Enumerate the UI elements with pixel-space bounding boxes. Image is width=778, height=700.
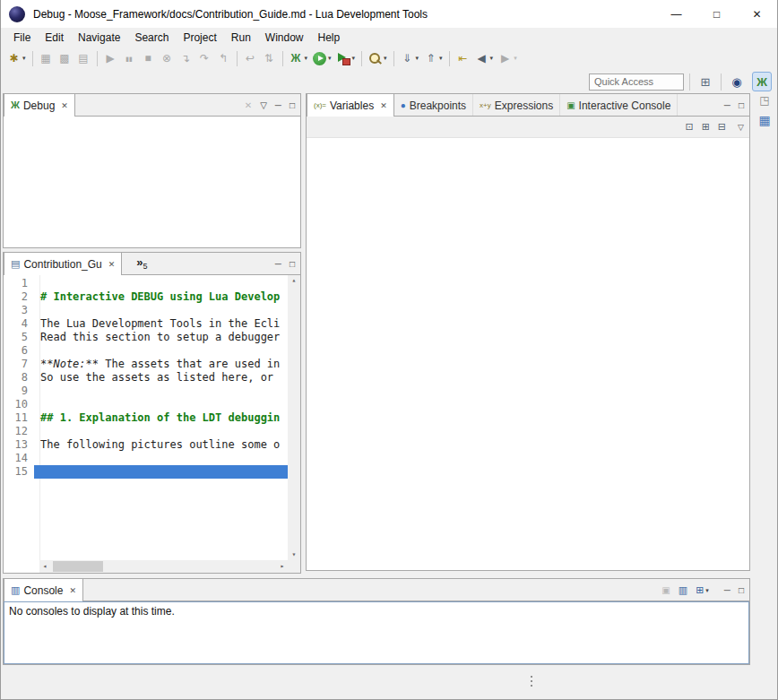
scrollbar-track[interactable] xyxy=(50,560,277,573)
titlebar[interactable]: Debug - Moose_Framework/docs/Contributio… xyxy=(1,0,777,28)
editor-line[interactable]: 8So use the assets as listed here, or xyxy=(4,371,288,385)
previous-annotation-button[interactable]: ⇑▾ xyxy=(422,48,445,68)
editor-line[interactable]: 2# Interactive DEBUG using Lua Develop xyxy=(4,290,288,304)
tab-contribution-guide[interactable]: ▤ Contribution_Gu ✕ xyxy=(4,253,122,275)
back-button[interactable]: ◀▾ xyxy=(473,48,496,68)
disconnect-button[interactable]: ⊗ xyxy=(159,48,176,68)
editor-line[interactable]: 13The following pictures outline some o xyxy=(4,438,288,452)
menu-navigate[interactable]: Navigate xyxy=(71,30,127,46)
editor-line[interactable]: 11## 1. Explanation of the LDT debuggin xyxy=(4,411,288,425)
forward-button[interactable]: ▶▾ xyxy=(497,48,519,68)
minimize-button[interactable]: ─ xyxy=(275,260,281,269)
show-type-names-button[interactable]: ⊡ xyxy=(685,121,693,133)
tab-interactive-console[interactable]: ▣Interactive Console xyxy=(560,94,678,117)
tab-close-icon[interactable]: ✕ xyxy=(380,101,387,110)
dropdown-arrow-icon[interactable]: ▾ xyxy=(305,55,308,62)
restore-minimized-views-button[interactable]: ◳ xyxy=(759,95,769,106)
step-return-button[interactable]: ↰ xyxy=(215,48,232,68)
open-console-button[interactable]: ⊞ ▾ xyxy=(696,585,709,595)
dropdown-arrow-icon[interactable]: ▾ xyxy=(328,55,332,62)
editor-line[interactable]: 3 xyxy=(4,304,288,317)
external-tools-button[interactable]: ▾ xyxy=(335,48,358,68)
menu-file[interactable]: File xyxy=(6,30,38,46)
search-button[interactable]: ▾ xyxy=(367,48,389,68)
variables-content[interactable] xyxy=(307,138,749,570)
debug-button[interactable]: Ж▾ xyxy=(288,48,310,68)
trim-drag-handle[interactable] xyxy=(530,674,533,688)
terminate-button[interactable]: ■ xyxy=(140,48,157,68)
editor-line[interactable]: 6 xyxy=(4,344,288,358)
collapse-all-button[interactable]: ⊟ xyxy=(718,121,726,133)
drop-to-frame-button[interactable]: ↩ xyxy=(242,48,259,68)
editor-horizontal-scrollbar[interactable]: ◂ ▸ xyxy=(39,560,288,573)
editor-line[interactable]: 9 xyxy=(4,385,288,398)
run-button[interactable]: ▾ xyxy=(311,48,333,68)
window-maximize-button[interactable]: □ xyxy=(696,0,737,28)
save-button[interactable]: ▦ xyxy=(38,48,55,68)
maximize-button[interactable]: □ xyxy=(739,586,744,595)
tab-close-icon[interactable]: ✕ xyxy=(69,586,76,595)
dropdown-arrow-icon[interactable]: ▾ xyxy=(416,55,419,62)
tab-close-icon[interactable]: ✕ xyxy=(108,260,116,269)
maximize-button[interactable]: □ xyxy=(290,260,295,269)
editor-content[interactable]: 12# Interactive DEBUG using Lua Develop3… xyxy=(4,275,300,573)
window-minimize-button[interactable]: — xyxy=(656,0,696,28)
minimize-button[interactable]: ─ xyxy=(275,101,281,110)
new-wizard-button[interactable]: ✱▾ xyxy=(5,48,28,68)
scrollbar-thumb[interactable] xyxy=(53,561,103,572)
menu-run[interactable]: Run xyxy=(224,30,258,46)
dropdown-arrow-icon[interactable]: ▾ xyxy=(22,55,26,62)
view-menu-button[interactable]: ▽ xyxy=(260,101,267,110)
editor-lines[interactable]: 12# Interactive DEBUG using Lua Develop3… xyxy=(4,277,288,560)
step-over-button[interactable]: ↷ xyxy=(196,48,213,68)
window-close-button[interactable]: ✕ xyxy=(737,0,777,28)
editor-line[interactable]: 5Read this section to setup a debugger xyxy=(4,331,288,344)
editor-line[interactable]: 10 xyxy=(4,398,288,411)
tab-variables[interactable]: (x)=Variables✕ xyxy=(307,94,394,117)
step-into-button[interactable]: ↴ xyxy=(177,48,194,68)
tab-close-icon[interactable]: ✕ xyxy=(61,101,68,110)
quick-access-input[interactable] xyxy=(589,73,684,91)
print-button[interactable]: ▤ xyxy=(75,48,92,68)
tab-debug[interactable]: Ж Debug ✕ xyxy=(4,94,75,117)
dropdown-arrow-icon[interactable]: ▾ xyxy=(490,55,494,62)
tab-console[interactable]: ▥ Console ✕ xyxy=(4,579,83,601)
console-content[interactable]: No consoles to display at this time. xyxy=(4,601,749,664)
debug-view-content[interactable] xyxy=(4,117,300,247)
menu-project[interactable]: Project xyxy=(176,30,223,46)
editor-line[interactable]: 14 xyxy=(4,452,288,465)
maximize-button[interactable]: □ xyxy=(290,101,295,110)
remove-all-terminated-button[interactable]: ✕ xyxy=(245,101,252,110)
open-perspective-button[interactable]: ⊞ xyxy=(696,72,715,91)
hidden-editors-indicator[interactable]: » 5 xyxy=(136,253,147,275)
editor-line[interactable]: 4The Lua Development Tools in the Ecli xyxy=(4,317,288,331)
menu-search[interactable]: Search xyxy=(127,30,176,46)
resume-button[interactable]: ▶ xyxy=(102,48,119,68)
scroll-right-icon[interactable]: ▸ xyxy=(277,563,288,570)
pin-console-button[interactable]: ▣ xyxy=(661,586,670,595)
dropdown-arrow-icon[interactable]: ▾ xyxy=(352,55,356,62)
tab-breakpoints[interactable]: ●Breakpoints xyxy=(394,94,473,117)
use-step-filters-button[interactable]: ⇅ xyxy=(261,48,278,68)
show-logical-structures-button[interactable]: ⊞ xyxy=(702,121,710,133)
minimize-button[interactable]: ─ xyxy=(724,586,730,595)
dropdown-arrow-icon[interactable]: ▾ xyxy=(384,55,387,62)
suspend-button[interactable]: ▮▮ xyxy=(121,48,138,68)
minimize-button[interactable]: ─ xyxy=(724,101,730,110)
perspective-debug-button[interactable]: Ж xyxy=(752,72,772,91)
minimized-view-button[interactable]: ▦ xyxy=(758,114,770,126)
editor-line[interactable]: 12 xyxy=(4,425,288,438)
view-menu-button[interactable]: ▽ xyxy=(738,123,744,132)
tab-expressions[interactable]: x+yExpressions xyxy=(473,94,560,117)
display-selected-console-button[interactable]: ▥ xyxy=(679,585,687,595)
scroll-up-icon[interactable]: ▴ xyxy=(292,277,297,284)
next-annotation-button[interactable]: ⇓▾ xyxy=(399,48,421,68)
last-edit-location-button[interactable]: ⇤ xyxy=(454,48,471,68)
menu-help[interactable]: Help xyxy=(311,30,348,46)
menu-edit[interactable]: Edit xyxy=(38,30,71,46)
dropdown-arrow-icon[interactable]: ▾ xyxy=(439,55,443,62)
dropdown-arrow-icon[interactable]: ▾ xyxy=(705,587,709,594)
editor-line[interactable]: 1 xyxy=(4,277,288,290)
scroll-left-icon[interactable]: ◂ xyxy=(39,563,50,570)
dropdown-arrow-icon[interactable]: ▾ xyxy=(514,55,517,62)
